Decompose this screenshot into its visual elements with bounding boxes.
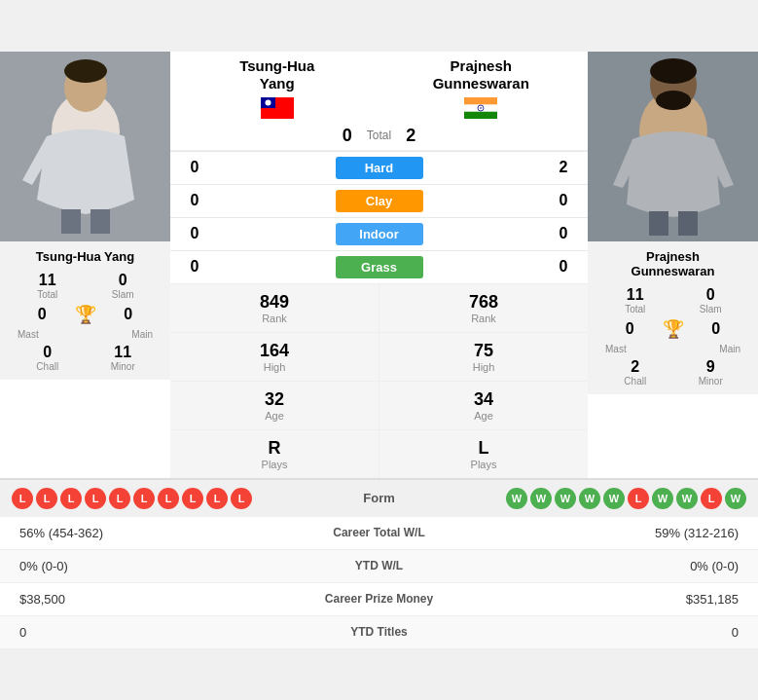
left-form-badge: L [36,488,57,509]
svg-point-16 [656,91,691,110]
grass-row: 0 Grass 0 [170,250,588,283]
svg-rect-4 [90,209,110,234]
svg-point-15 [650,58,697,84]
center-names-row: Tsung-Hua Yang Prajnesh [170,52,588,122]
right-form-badge: W [530,488,552,509]
right-bottom-grid: 2 Chall 9 Minor [597,358,748,387]
left-player-name-below: Tsung-Hua Yang [10,249,161,264]
right-slam-item: 0 Slam [673,286,749,314]
right-name-center: Prajnesh Gunneswaran [379,57,584,122]
right-main-label: Main [719,344,740,354]
svg-point-7 [265,99,271,105]
left-main-label: Main [131,329,153,340]
left-rank-value: 849 [178,292,371,313]
right-stats-grid: 11 Total 0 Slam [597,286,748,314]
right-total-label: Total [597,304,673,314]
left-minor-value: 11 [86,344,162,361]
left-grass-score: 0 [185,258,204,276]
clay-tag: Clay [336,190,423,212]
left-main-value: 0 [96,306,162,323]
left-trophy-area: 0 🏆 0 [10,300,161,329]
left-flag [261,97,294,119]
right-chall-value: 2 [597,358,673,376]
right-trophy-area: 0 🏆 0 [597,314,748,344]
right-form-badge: W [579,488,600,509]
right-age-value: 34 [387,389,580,410]
right-slam-value: 0 [673,286,749,304]
right-minor-item: 9 Minor [673,358,749,387]
stat-left-value: 56% (454-362) [19,526,282,540]
left-form-badge: L [182,488,203,509]
left-age-label: Age [178,410,371,422]
right-form-badges: WWWWWLWWLW [506,488,746,509]
left-slam-item: 0 Slam [86,272,162,300]
right-clay-score: 0 [554,192,573,209]
left-form-badge: L [85,488,106,509]
right-minor-value: 9 [673,358,749,376]
right-form-badge: W [555,488,576,509]
stat-row: 56% (454-362) Career Total W/L 59% (312-… [0,517,758,550]
form-row: LLLLLLLLLL Form WWWWWLWWLW [0,480,758,517]
right-hard-score: 2 [554,159,573,176]
left-age-value: 32 [178,389,371,410]
stat-right-value: 59% (312-216) [477,526,740,540]
left-form-badge: L [158,488,179,509]
left-chall-label: Chall [10,361,86,372]
stat-center-label: Career Total W/L [282,526,477,539]
trophy-icon-left: 🏆 [75,304,96,325]
left-slam-label: Slam [86,289,162,300]
right-player-name-top: Prajnesh Gunneswaran [379,57,584,92]
left-stats-grid: 11 Total 0 Slam [10,272,161,300]
stat-right-value: 0% (0-0) [477,559,740,573]
left-player-name-top: Tsung-Hua Yang [175,57,379,92]
right-high-value: 75 [387,341,580,361]
right-chall-item: 2 Chall [597,358,673,387]
stat-row: $38,500 Career Prize Money $351,185 [0,583,758,616]
left-chall-value: 0 [10,344,86,361]
right-total-score: 2 [406,126,415,146]
stats-rows: 56% (454-362) Career Total W/L 59% (312-… [0,517,758,649]
left-total-label: Total [10,289,86,300]
right-total-item: 11 Total [597,286,673,314]
total-label: Total [367,129,391,142]
center-age-row: 32 Age 34 Age [170,381,588,429]
right-form-badge: W [725,488,746,509]
left-chall-item: 0 Chall [10,344,86,372]
trophy-icon-right: 🏆 [663,318,684,340]
right-indoor-score: 0 [554,225,573,242]
left-player-photo [0,52,170,241]
hard-row: 0 Hard 2 [170,151,588,184]
right-player-photo [588,52,758,241]
clay-row: 0 Clay 0 [170,184,588,217]
right-flag [464,97,497,119]
left-plays-value: R [178,438,371,459]
svg-point-2 [64,59,107,83]
stat-center-label: YTD W/L [282,559,477,572]
left-indoor-score: 0 [185,225,204,242]
right-high-label: High [387,361,580,373]
right-plays-value: L [387,438,580,459]
left-form-badge: L [231,488,252,509]
left-form-badge: L [133,488,155,509]
right-rank-label: Rank [387,313,580,324]
left-form-badge: L [206,488,228,509]
stat-left-value: 0% (0-0) [19,559,282,573]
left-form-badges: LLLLLLLLLL [12,488,252,509]
svg-rect-17 [649,211,668,236]
right-total-value: 11 [597,286,673,304]
left-minor-item: 11 Minor [86,344,162,372]
surface-section: 0 Hard 2 0 Clay 0 0 Indoor 0 0 Grass [170,150,588,283]
left-total-value: 11 [10,272,86,289]
svg-rect-3 [61,209,81,234]
svg-rect-9 [464,97,497,104]
right-main-value: 0 [684,320,749,338]
right-flag-row [379,97,584,122]
right-form-badge: L [701,488,722,509]
form-label: Form [363,491,395,505]
bottom-half: LLLLLLLLLL Form WWWWWLWWLW 56% (454-362)… [0,478,758,649]
right-form-badge: W [676,488,698,509]
right-slam-label: Slam [673,304,749,314]
right-player-silhouette [605,54,741,239]
right-minor-label: Minor [673,376,749,387]
stat-center-label: YTD Titles [282,625,477,639]
